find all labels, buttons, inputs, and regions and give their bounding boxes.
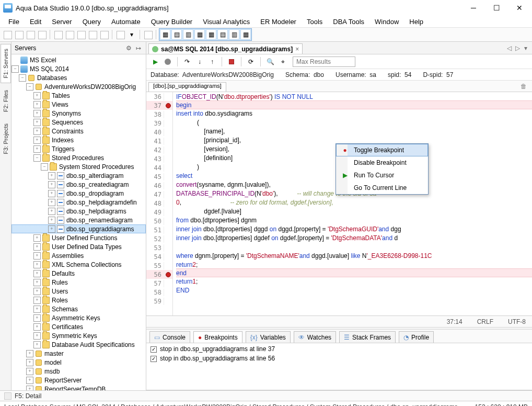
step-over-icon[interactable]: ↷ — [182, 57, 192, 66]
expand-icon[interactable]: + — [26, 359, 33, 366]
record-icon[interactable] — [163, 57, 172, 66]
expand-icon[interactable]: + — [26, 350, 33, 357]
tree-item[interactable]: +Tables — [11, 91, 146, 100]
tab-next-icon[interactable]: ▷ — [513, 44, 522, 52]
tb-view3-icon[interactable]: ▥ — [183, 29, 193, 40]
expand-icon[interactable]: + — [33, 306, 41, 313]
collapse-icon[interactable]: − — [41, 163, 48, 171]
tb-query4-icon[interactable] — [87, 29, 98, 40]
expand-icon[interactable]: + — [48, 217, 55, 224]
expand-icon[interactable]: + — [48, 190, 55, 197]
collapse-icon[interactable]: ↦ — [134, 44, 143, 52]
tree-item[interactable]: −AdventureWorksDW2008BigOrig — [11, 82, 146, 91]
tb-view2-icon[interactable]: ▤ — [171, 29, 182, 40]
tree-item[interactable]: +Symmetric Keys — [11, 331, 146, 340]
tree-item[interactable]: +Synonyms — [11, 109, 146, 118]
expand-icon[interactable]: + — [33, 288, 41, 295]
debug-tab-stack-frames[interactable]: ☰Stack Frames — [339, 331, 396, 343]
stop-icon[interactable] — [227, 57, 236, 66]
tb-query-icon[interactable] — [53, 29, 63, 40]
tree-item[interactable]: +Constraints — [11, 127, 146, 136]
tb-saveall-icon[interactable] — [37, 29, 47, 40]
code-line[interactable]: return 1; — [176, 277, 532, 286]
code-line[interactable]: begin — [176, 100, 532, 109]
code-line[interactable]: insert into dbo.sysdiagrams — [176, 109, 532, 118]
inspect-icon[interactable]: 🔍 — [265, 57, 275, 66]
tree-item[interactable]: MS Excel — [11, 55, 146, 64]
expand-icon[interactable]: + — [33, 332, 41, 340]
debug-tab-profile[interactable]: ◔Profile — [399, 331, 434, 343]
tree-item[interactable]: +Users — [11, 287, 146, 296]
tb-query5-icon[interactable] — [99, 29, 109, 40]
expand-icon[interactable]: + — [26, 368, 33, 375]
code-line[interactable]: IF OBJECT_ID(N'dbo.dtproperties') IS NOT… — [176, 92, 532, 101]
code-line[interactable]: end — [176, 268, 532, 277]
tree-item[interactable]: +Sequences — [11, 118, 146, 127]
step-into-icon[interactable]: ↓ — [195, 57, 204, 66]
expand-icon[interactable]: + — [33, 314, 41, 322]
expand-icon[interactable]: + — [33, 341, 41, 348]
menu-help[interactable]: Help — [405, 17, 427, 27]
tree-item[interactable]: +master — [11, 349, 146, 358]
tree-item[interactable]: −MS SQL 2014 — [11, 64, 146, 73]
tree-item[interactable]: +Indexes — [11, 136, 146, 144]
breakpoint-entry[interactable]: ✓stop in dbo.sp_upgraddiagrams at line 5… — [151, 355, 528, 364]
code-line[interactable]: dgdef.[lvalue] — [176, 207, 532, 216]
tree-item[interactable]: +User Defined Functions — [11, 233, 146, 242]
tree-item[interactable]: +dbo.sp_alterdiagram — [11, 171, 146, 180]
minimize-button[interactable]: ─ — [462, 1, 485, 15]
expand-icon[interactable]: + — [33, 101, 41, 108]
collapse-icon[interactable]: − — [19, 74, 26, 82]
tb-query2-icon[interactable] — [64, 29, 75, 40]
locate-icon[interactable]: ⌖ — [278, 57, 287, 66]
tree-item[interactable]: −Databases — [11, 73, 146, 82]
tree-item[interactable]: +XML Schema Collections — [11, 260, 146, 269]
code-line[interactable]: ( — [176, 118, 532, 127]
tree-item[interactable]: +dbo.sp_helpdiagramdefin — [11, 198, 146, 207]
collapse-icon[interactable]: − — [11, 65, 19, 73]
collapse-icon[interactable]: − — [26, 83, 33, 91]
expand-icon[interactable]: + — [33, 297, 41, 304]
code-line[interactable] — [176, 295, 532, 303]
expand-icon[interactable]: + — [33, 234, 41, 242]
breakpoint-entry[interactable]: ✓stop in dbo.sp_upgraddiagrams at line 3… — [151, 345, 528, 355]
menu-query[interactable]: Query — [78, 17, 105, 27]
tree-item[interactable]: −Stored Procedures — [11, 153, 146, 162]
tb-open-icon[interactable] — [14, 29, 24, 40]
checkbox-icon[interactable]: ✓ — [151, 346, 157, 353]
expand-icon[interactable]: + — [33, 110, 41, 117]
tree-item[interactable]: +Database Audit Specifications — [11, 340, 146, 349]
ctx-run-to-cursor[interactable]: ▶Run To Cursor — [336, 169, 428, 182]
procedure-subtab[interactable]: [dbo].[sp_upgraddiagrams] — [148, 82, 226, 92]
tree-item[interactable]: +ReportServerTempDB — [11, 385, 146, 390]
code-line[interactable]: from dbo.[dtproperties] dgnm — [176, 216, 532, 224]
tree-item[interactable]: +User Defined Data Types — [11, 242, 146, 251]
expand-icon[interactable]: + — [33, 323, 41, 331]
expand-icon[interactable]: + — [26, 377, 33, 384]
tree-item[interactable]: +dbo.sp_helpdiagrams — [11, 207, 146, 216]
expand-icon[interactable]: + — [48, 181, 55, 188]
menu-dba-tools[interactable]: DBA Tools — [329, 17, 368, 27]
code-line[interactable]: [name], — [176, 127, 532, 136]
side-tab-f2-files[interactable]: F2: Files — [1, 85, 11, 117]
debug-tab-breakpoints[interactable]: ●Breakpoints — [193, 331, 242, 343]
menu-visual-analytics[interactable]: Visual Analytics — [199, 17, 254, 27]
close-button[interactable]: ✕ — [508, 1, 531, 15]
side-tab-f3-projects[interactable]: F3: Projects — [1, 119, 11, 159]
tb-save-icon[interactable] — [25, 29, 36, 40]
expand-icon[interactable]: + — [33, 243, 41, 251]
code-line[interactable]: END — [176, 286, 532, 295]
code-line[interactable]: inner join dbo.[dtproperties] dggd on dg… — [176, 224, 532, 233]
code-line[interactable]: where dgnm.[property] = 'DtgSchemaNAME' … — [176, 251, 532, 260]
maximize-button[interactable]: ☐ — [485, 1, 508, 15]
tree-item[interactable]: +Schemas — [11, 304, 146, 313]
tab-prev-icon[interactable]: ◁ — [505, 44, 513, 52]
tb-view6-icon[interactable]: ▤ — [217, 29, 228, 40]
side-tab-f1-servers[interactable]: F1: Servers — [1, 44, 11, 83]
expand-icon[interactable]: + — [48, 208, 55, 215]
tab-list-icon[interactable]: ▾ — [522, 44, 530, 52]
expand-icon[interactable]: + — [48, 172, 55, 179]
menu-edit[interactable]: Edit — [26, 17, 45, 27]
code-line[interactable] — [176, 242, 532, 251]
tree-item[interactable]: +dbo.sp_renamediagram — [11, 216, 146, 224]
